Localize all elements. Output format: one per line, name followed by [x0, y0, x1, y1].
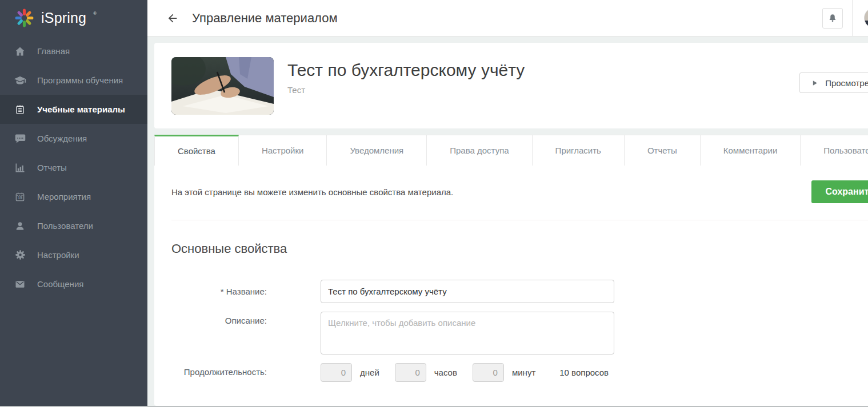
sidebar-item-settings[interactable]: Настройки: [0, 240, 147, 269]
bell-icon: [827, 13, 838, 23]
envelope-icon: [14, 278, 26, 291]
sidebar-item-label: Настройки: [37, 250, 79, 260]
tab-bar: Свойства Настройки Уведомления Права дос…: [154, 135, 868, 166]
duration-row: Продолжительность: дней часов минут 10 в…: [171, 363, 868, 382]
sidebar-item-users[interactable]: Пользователи: [0, 211, 147, 240]
sidebar-item-label: Обсуждения: [37, 134, 87, 143]
sidebar-item-label: Учебные материалы: [37, 104, 125, 114]
sidebar-item-learning-materials[interactable]: Учебные материалы: [0, 95, 147, 124]
sidebar-item-label: Главная: [37, 46, 70, 56]
sidebar-nav: Главная Программы обучения Учебные матер…: [0, 37, 147, 299]
chat-icon: [14, 132, 26, 145]
tab-label: Свойства: [178, 146, 215, 156]
play-icon: [811, 79, 818, 87]
duration-controls: дней часов минут 10 вопросов: [321, 363, 609, 382]
ispring-pinwheel-icon: [14, 7, 35, 29]
sidebar-item-label: Пользователи: [37, 221, 93, 231]
notifications-button[interactable]: [822, 8, 843, 29]
main-area: Управление материалом: [147, 0, 868, 406]
sidebar-item-messages[interactable]: Сообщения: [0, 269, 147, 299]
sidebar-item-label: Мероприятия: [37, 192, 91, 202]
tab-comments[interactable]: Комментарии: [701, 135, 801, 166]
info-row: На этой странице вы можете изменить осно…: [171, 180, 868, 203]
questions-count: 10 вопросов: [559, 368, 609, 377]
page-hint-text: На этой странице вы можете изменить осно…: [171, 187, 453, 197]
sidebar-item-label: Сообщения: [37, 279, 83, 289]
back-arrow-button[interactable]: [165, 10, 181, 26]
sidebar-item-label: Программы обучения: [37, 75, 123, 85]
sidebar-item-discussions[interactable]: Обсуждения: [0, 124, 147, 153]
tab-invite[interactable]: Пригласить: [533, 135, 625, 166]
preview-button-label: Просмотреть: [825, 78, 868, 88]
tab-label: Права доступа: [450, 146, 509, 155]
hours-unit-label: часов: [434, 368, 457, 377]
divider: [171, 220, 868, 220]
tab-reports[interactable]: Отчеты: [625, 135, 701, 166]
notepad-icon: [14, 103, 26, 116]
course-title: Тест по бухгалтерскому учёту: [287, 61, 525, 80]
tab-label: Пригласить: [555, 146, 601, 155]
tab-label: Комментарии: [723, 146, 777, 155]
name-input[interactable]: [321, 280, 614, 303]
tab-access-rights[interactable]: Права доступа: [427, 135, 532, 166]
sidebar: iSpring® Главная Программы обучения: [0, 0, 147, 406]
minutes-unit-label: минут: [512, 368, 535, 377]
course-thumbnail-image: [171, 57, 274, 115]
sidebar-item-training-programs[interactable]: Программы обучения: [0, 66, 147, 95]
gear-icon: [14, 249, 26, 261]
days-unit-label: дней: [360, 368, 379, 377]
description-row: Описание:: [171, 312, 868, 354]
bar-chart-icon: [14, 162, 26, 174]
tab-label: Уведомления: [350, 146, 403, 155]
app-window: iSpring® Главная Программы обучения: [0, 0, 868, 407]
duration-hours-input[interactable]: [395, 363, 426, 382]
description-label: Описание:: [171, 312, 267, 354]
course-meta: Тест по бухгалтерскому учёту Тест: [287, 57, 525, 115]
page-content: Тест по бухгалтерскому учёту Тест Просмо…: [147, 37, 868, 406]
sidebar-item-reports[interactable]: Отчеты: [0, 153, 147, 182]
topbar-divider: [852, 0, 853, 36]
duration-label: Продолжительность:: [171, 363, 267, 382]
tab-label: Пользователи: [823, 146, 868, 155]
page-title: Управление материалом: [192, 11, 822, 26]
name-label: * Название:: [171, 280, 267, 303]
section-title: Основные свойства: [171, 241, 868, 256]
tab-notifications[interactable]: Уведомления: [327, 135, 427, 166]
topbar: Управление материалом: [147, 0, 868, 37]
name-row: * Название:: [171, 280, 868, 303]
course-header-card: Тест по бухгалтерскому учёту Тест Просмо…: [154, 43, 868, 128]
properties-form: * Название: Описание: Продолжительность:…: [171, 280, 868, 382]
calendar-day-number: 15: [18, 196, 22, 200]
user-icon: [14, 220, 26, 232]
calendar-icon: 15: [14, 191, 26, 203]
sidebar-item-events[interactable]: 15 Мероприятия: [0, 182, 147, 211]
preview-button[interactable]: Просмотреть: [799, 72, 868, 93]
duration-minutes-input[interactable]: [473, 363, 504, 382]
properties-panel: На этой странице вы можете изменить осно…: [154, 166, 868, 406]
logo-text: iSpring: [41, 10, 86, 26]
home-icon: [14, 45, 26, 58]
save-button[interactable]: Сохранить: [811, 180, 868, 203]
logo-registered-mark: ®: [93, 11, 97, 16]
ispring-logo[interactable]: iSpring®: [0, 0, 147, 35]
duration-days-input[interactable]: [321, 363, 352, 382]
tab-properties[interactable]: Свойства: [154, 135, 239, 166]
sidebar-item-home[interactable]: Главная: [0, 37, 147, 66]
course-type-label: Тест: [287, 85, 525, 95]
tab-label: Отчеты: [647, 146, 677, 155]
avatar[interactable]: [864, 7, 868, 29]
sidebar-item-label: Отчеты: [37, 163, 67, 172]
tab-users[interactable]: Пользователи: [801, 135, 868, 166]
graduation-cap-icon: [14, 74, 26, 87]
description-input[interactable]: [321, 312, 614, 354]
tab-settings[interactable]: Настройки: [239, 135, 327, 166]
tab-label: Настройки: [262, 146, 304, 155]
